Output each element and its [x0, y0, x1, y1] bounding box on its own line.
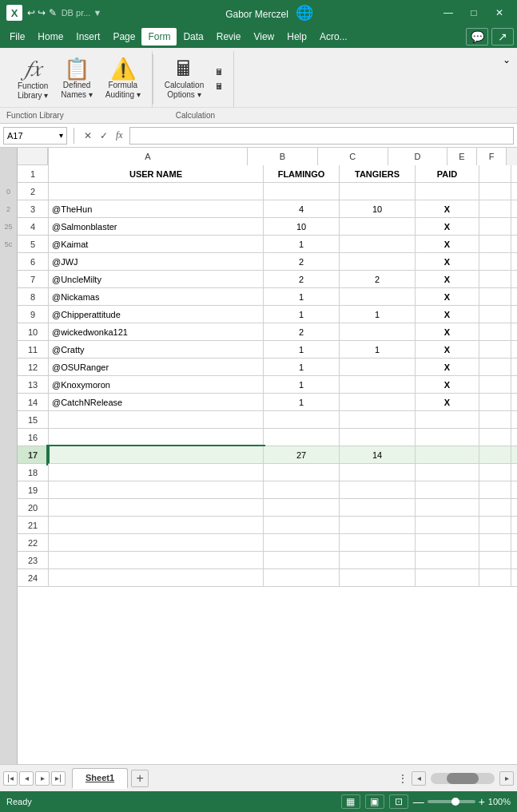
cell-a14[interactable]: @CatchNRelease	[48, 394, 264, 411]
cell-a17[interactable]	[48, 446, 264, 464]
cell-d2[interactable]	[416, 183, 479, 200]
cell-a5[interactable]: @Kaimat	[48, 236, 264, 253]
cell-d23[interactable]	[416, 552, 479, 569]
menu-help[interactable]: Help	[280, 28, 313, 46]
row-header-14[interactable]: 14	[18, 394, 48, 411]
row-header-23[interactable]: 23	[18, 552, 48, 569]
cell-d11[interactable]: X	[416, 341, 479, 358]
cell-d3[interactable]: X	[416, 200, 479, 218]
cell-e3[interactable]	[479, 200, 511, 218]
row-header-15[interactable]: 15	[18, 411, 48, 429]
cell-f17[interactable]	[511, 446, 517, 464]
cell-e1[interactable]	[479, 165, 511, 183]
tab-first-button[interactable]: |◂	[3, 771, 18, 786]
zoom-plus-button[interactable]: +	[479, 795, 485, 808]
close-button[interactable]: ✕	[488, 4, 511, 22]
cell-a21[interactable]	[48, 517, 264, 534]
row-header-16[interactable]: 16	[18, 429, 48, 446]
row-header-18[interactable]: 18	[18, 464, 48, 481]
ribbon-collapse-btn[interactable]: ⌄	[503, 51, 511, 65]
cell-e17[interactable]	[479, 446, 511, 464]
name-box-dropdown-icon[interactable]: ▾	[59, 131, 63, 140]
name-box[interactable]: A17 ▾	[3, 127, 67, 145]
menu-data[interactable]: Data	[177, 28, 209, 46]
cell-b3[interactable]: 4	[264, 200, 340, 218]
cell-a6[interactable]: @JWJ	[48, 253, 264, 271]
cell-e15[interactable]	[479, 411, 511, 429]
cell-e9[interactable]	[479, 306, 511, 323]
col-header-c[interactable]: C	[318, 148, 388, 165]
menu-acrobat[interactable]: Acro...	[313, 28, 354, 46]
cell-f4[interactable]	[511, 218, 517, 236]
cell-c7[interactable]: 2	[340, 271, 416, 288]
col-header-f[interactable]: F	[477, 148, 507, 165]
cell-f9[interactable]	[511, 306, 517, 323]
cell-e7[interactable]	[479, 271, 511, 288]
cell-d21[interactable]	[416, 517, 479, 534]
formula-auditing-button[interactable]: ⚠️ FormulaAuditing ▾	[101, 55, 145, 103]
tab-next-button[interactable]: ▸	[35, 771, 50, 786]
cell-a15[interactable]	[48, 411, 264, 429]
cell-b22[interactable]	[264, 534, 340, 552]
cell-a18[interactable]	[48, 464, 264, 481]
col-header-a[interactable]: A	[48, 148, 248, 165]
cell-e2[interactable]	[479, 183, 511, 200]
cell-a12[interactable]: @OSURanger	[48, 358, 264, 376]
cell-c12[interactable]	[340, 358, 416, 376]
row-header-8[interactable]: 8	[18, 288, 48, 306]
cell-c17[interactable]: 14	[340, 446, 416, 464]
cancel-formula-button[interactable]: ✕	[81, 129, 95, 143]
cell-d5[interactable]: X	[416, 236, 479, 253]
cell-c22[interactable]	[340, 534, 416, 552]
cell-d18[interactable]	[416, 464, 479, 481]
menu-form[interactable]: Form	[141, 28, 177, 46]
cell-b7[interactable]: 2	[264, 271, 340, 288]
row-header-24[interactable]: 24	[18, 569, 48, 587]
normal-view-button[interactable]: ▦	[341, 794, 360, 809]
hscroll-right-button[interactable]: ▸	[499, 771, 514, 786]
cell-e23[interactable]	[479, 552, 511, 569]
row-header-10[interactable]: 10	[18, 323, 48, 341]
cell-e21[interactable]	[479, 517, 511, 534]
cell-e10[interactable]	[479, 323, 511, 341]
row-header-22[interactable]: 22	[18, 534, 48, 552]
cell-f14[interactable]	[511, 394, 517, 411]
cell-e14[interactable]	[479, 394, 511, 411]
cell-f1[interactable]	[511, 165, 517, 183]
menu-page[interactable]: Page	[106, 28, 141, 46]
col-header-e[interactable]: E	[447, 148, 477, 165]
row-header-6[interactable]: 6	[18, 253, 48, 271]
cell-b2[interactable]	[264, 183, 340, 200]
cell-e12[interactable]	[479, 358, 511, 376]
cell-c18[interactable]	[340, 464, 416, 481]
cell-b24[interactable]	[264, 569, 340, 587]
row-header-17[interactable]: 17	[18, 446, 48, 464]
cell-e22[interactable]	[479, 534, 511, 552]
menu-review[interactable]: Revie	[210, 28, 248, 46]
cell-f15[interactable]	[511, 411, 517, 429]
hscroll-thumb[interactable]	[447, 773, 479, 784]
calc-now-button[interactable]: 🖩	[212, 65, 227, 78]
cell-d12[interactable]: X	[416, 358, 479, 376]
function-library-button[interactable]: 𝑓𝑥 FunctionLibrary ▾	[13, 54, 53, 104]
cell-c8[interactable]	[340, 288, 416, 306]
cell-a7[interactable]: @UncleMilty	[48, 271, 264, 288]
cell-c6[interactable]	[340, 253, 416, 271]
cell-a8[interactable]: @Nickamas	[48, 288, 264, 306]
row-header-3[interactable]: 3	[18, 200, 48, 218]
row-header-20[interactable]: 20	[18, 499, 48, 517]
zoom-slider-thumb[interactable]	[451, 798, 459, 806]
row-header-11[interactable]: 11	[18, 341, 48, 358]
cell-e6[interactable]	[479, 253, 511, 271]
cell-b1[interactable]: FLAMINGO	[264, 165, 340, 183]
cell-d19[interactable]	[416, 481, 479, 499]
cell-f12[interactable]	[511, 358, 517, 376]
add-sheet-button[interactable]: +	[131, 770, 149, 787]
cell-a11[interactable]: @Cratty	[48, 341, 264, 358]
share-icon-btn[interactable]: ↗	[491, 28, 514, 46]
cell-f20[interactable]	[511, 499, 517, 517]
row-header-9[interactable]: 9	[18, 306, 48, 323]
row-header-12[interactable]: 12	[18, 358, 48, 376]
cell-d13[interactable]: X	[416, 376, 479, 394]
cell-c1[interactable]: TANGIERS	[340, 165, 416, 183]
